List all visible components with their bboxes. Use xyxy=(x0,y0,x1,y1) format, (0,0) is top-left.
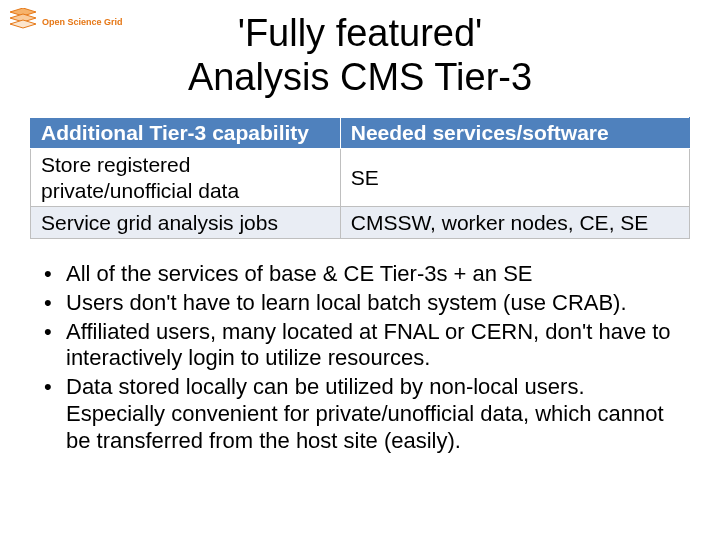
title-line2: Analysis CMS Tier-3 xyxy=(188,56,532,98)
table-cell: SE xyxy=(340,149,689,206)
list-item: Affiliated users, many located at FNAL o… xyxy=(42,319,678,373)
logo: Open Science Grid xyxy=(8,8,123,36)
list-item: All of the services of base & CE Tier-3s… xyxy=(42,261,678,288)
list-item: Users don't have to learn local batch sy… xyxy=(42,290,678,317)
table-header-row: Additional Tier-3 capability Needed serv… xyxy=(31,118,690,149)
table-row: Service grid analysis jobs CMSSW, worker… xyxy=(31,206,690,238)
table-cell: Service grid analysis jobs xyxy=(31,206,341,238)
table-cell: CMSSW, worker nodes, CE, SE xyxy=(340,206,689,238)
table-cell: Store registered private/unofficial data xyxy=(31,149,341,206)
table-header-services: Needed services/software xyxy=(340,118,689,149)
bullet-list: All of the services of base & CE Tier-3s… xyxy=(42,261,678,455)
list-item: Data stored locally can be utilized by n… xyxy=(42,374,678,454)
table-row: Store registered private/unofficial data… xyxy=(31,149,690,206)
logo-text: Open Science Grid xyxy=(42,18,123,27)
svg-marker-2 xyxy=(10,20,36,28)
table-header-capability: Additional Tier-3 capability xyxy=(31,118,341,149)
capability-table: Additional Tier-3 capability Needed serv… xyxy=(30,117,690,239)
osg-logo-icon xyxy=(8,8,38,36)
title-line1: 'Fully featured' xyxy=(238,12,483,54)
